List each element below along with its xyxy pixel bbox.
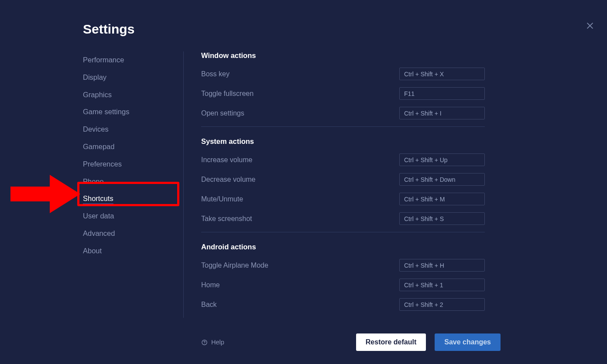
sidebar-item-label: About (83, 247, 102, 255)
annotation-arrow-icon (6, 171, 81, 217)
shortcut-label: Home (201, 281, 220, 289)
shortcut-row-toggle-airplane-mode: Toggle Airplane Mode Ctrl + Shift + H (201, 259, 485, 272)
shortcut-row-take-screenshot: Take screenshot Ctrl + Shift + S (201, 212, 485, 225)
page-title: Settings (83, 22, 134, 37)
close-button[interactable] (585, 21, 595, 31)
divider (201, 232, 485, 232)
sidebar-item-label: Graphics (83, 91, 112, 99)
sidebar-item-label: Advanced (83, 229, 115, 237)
sidebar-item-shortcuts[interactable]: Shortcuts (83, 190, 183, 208)
sidebar-item-label: User data (83, 212, 114, 220)
shortcut-input-open-settings[interactable]: Ctrl + Shift + I (399, 107, 485, 119)
shortcut-input-decrease-volume[interactable]: Ctrl + Shift + Down (399, 173, 485, 186)
shortcut-label: Take screenshot (201, 215, 252, 223)
shortcut-row-decrease-volume: Decrease volume Ctrl + Shift + Down (201, 173, 485, 186)
shortcut-row-toggle-fullscreen: Toggle fullscreen F11 (201, 87, 485, 100)
shortcut-label: Toggle Airplane Mode (201, 262, 268, 269)
sidebar-item-label: Shortcuts (83, 194, 113, 204)
shortcut-label: Mute/Unmute (201, 195, 243, 203)
sidebar-item-user-data[interactable]: User data (83, 208, 183, 225)
shortcut-label: Increase volume (201, 156, 252, 164)
shortcut-row-mute-unmute: Mute/Unmute Ctrl + Shift + M (201, 193, 485, 205)
shortcut-input-mute-unmute[interactable]: Ctrl + Shift + M (399, 193, 485, 205)
shortcut-label: Toggle fullscreen (201, 90, 254, 98)
sidebar-item-advanced[interactable]: Advanced (83, 225, 183, 242)
shortcut-input-boss-key[interactable]: Ctrl + Shift + X (399, 68, 485, 80)
shortcut-row-back: Back Ctrl + Shift + 2 (201, 298, 485, 311)
sidebar-item-preferences[interactable]: Preferences (83, 156, 183, 173)
shortcut-label: Boss key (201, 70, 230, 78)
section-title-android-actions: Android actions (201, 243, 485, 251)
shortcut-label: Decrease volume (201, 176, 256, 184)
divider (201, 126, 485, 127)
help-link[interactable]: Help (201, 339, 224, 346)
sidebar-item-label: Display (83, 73, 106, 81)
sidebar-item-label: Phone (83, 177, 104, 185)
sidebar-item-label: Game settings (83, 108, 129, 116)
shortcut-row-open-settings: Open settings Ctrl + Shift + I (201, 107, 485, 119)
sidebar-item-about[interactable]: About (83, 242, 183, 260)
shortcut-row-increase-volume: Increase volume Ctrl + Shift + Up (201, 153, 485, 166)
svg-point-3 (204, 344, 205, 344)
section-title-window-actions: Window actions (201, 51, 485, 60)
svg-marker-4 (10, 175, 80, 213)
shortcut-input-home[interactable]: Ctrl + Shift + 1 (399, 279, 485, 291)
shortcut-label: Open settings (201, 109, 244, 117)
sidebar-item-performance[interactable]: Performance (83, 51, 183, 69)
shortcut-label: Back (201, 301, 217, 309)
section-title-system-actions: System actions (201, 137, 485, 146)
content-panel: Window actions Boss key Ctrl + Shift + X… (201, 51, 485, 318)
sidebar-item-game-settings[interactable]: Game settings (83, 103, 183, 121)
shortcut-input-toggle-airplane-mode[interactable]: Ctrl + Shift + H (399, 259, 485, 272)
footer: Help Restore default Save changes (201, 333, 501, 351)
sidebar-item-phone[interactable]: Phone (83, 173, 183, 191)
sidebar-item-label: Preferences (83, 160, 122, 168)
sidebar-item-gamepad[interactable]: Gamepad (83, 138, 183, 156)
shortcut-input-toggle-fullscreen[interactable]: F11 (399, 87, 485, 100)
sidebar-item-display[interactable]: Display (83, 69, 183, 86)
restore-default-button[interactable]: Restore default (356, 333, 426, 351)
vertical-divider (183, 51, 184, 318)
sidebar-item-label: Performance (83, 56, 124, 64)
sidebar-item-devices[interactable]: Devices (83, 121, 183, 138)
help-icon (201, 339, 208, 346)
shortcut-row-boss-key: Boss key Ctrl + Shift + X (201, 68, 485, 80)
sidebar-item-label: Gamepad (83, 143, 114, 150)
shortcut-input-take-screenshot[interactable]: Ctrl + Shift + S (399, 212, 485, 225)
shortcut-row-home: Home Ctrl + Shift + 1 (201, 279, 485, 291)
sidebar-item-graphics[interactable]: Graphics (83, 86, 183, 104)
sidebar: Performance Display Graphics Game settin… (83, 51, 183, 260)
close-icon (585, 21, 595, 31)
sidebar-item-label: Devices (83, 125, 109, 133)
save-changes-button[interactable]: Save changes (435, 333, 501, 351)
help-label: Help (211, 339, 224, 346)
shortcut-input-back[interactable]: Ctrl + Shift + 2 (399, 298, 485, 311)
shortcut-input-increase-volume[interactable]: Ctrl + Shift + Up (399, 153, 485, 166)
